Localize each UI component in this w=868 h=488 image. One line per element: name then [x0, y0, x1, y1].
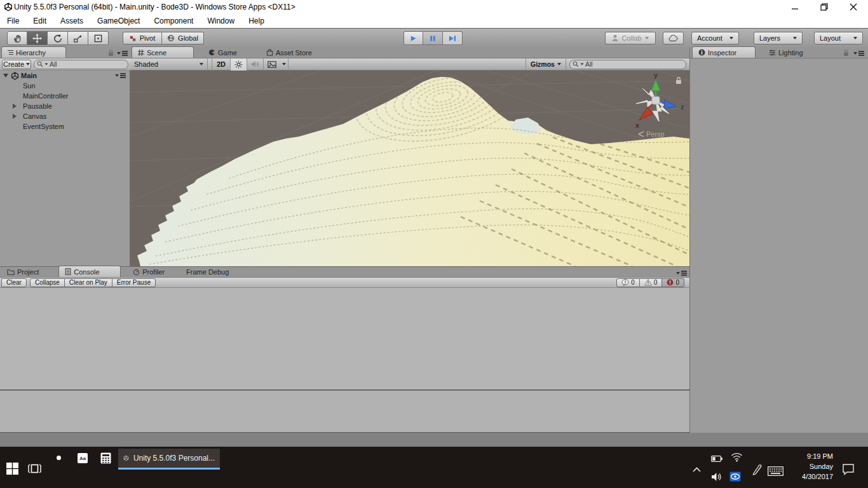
console-clear-button[interactable]: Clear: [1, 278, 27, 287]
dictionary-taskbar-icon[interactable]: Aa: [78, 453, 88, 463]
rotate-tool-button[interactable]: [48, 31, 68, 45]
console-info-count-button[interactable]: 0: [616, 278, 640, 287]
menu-component[interactable]: Component: [147, 14, 200, 28]
console-pane-menu[interactable]: [676, 271, 687, 276]
layout-dropdown[interactable]: Layout: [814, 32, 863, 44]
scene-audio-toggle[interactable]: [247, 58, 264, 71]
inspector-lock-icon[interactable]: [843, 50, 849, 57]
hierarchy-pane-menu[interactable]: [117, 51, 128, 56]
2d-toggle-button[interactable]: 2D: [212, 58, 231, 71]
account-dropdown[interactable]: Account: [691, 32, 739, 44]
tab-hierarchy[interactable]: Hierarchy: [1, 46, 66, 58]
tab-game[interactable]: Game: [203, 47, 243, 58]
action-center-icon[interactable]: [842, 464, 855, 475]
hierarchy-search-input[interactable]: All: [34, 60, 128, 69]
eye-app-tray-icon[interactable]: [729, 471, 741, 482]
taskbar-clock[interactable]: 9:19 PM Sunday 4/30/2017: [785, 451, 833, 482]
gizmo-z-label: z: [681, 103, 684, 111]
rect-tool-button[interactable]: [88, 31, 109, 45]
hierarchy-lock-icon[interactable]: [108, 50, 114, 57]
global-toggle-button[interactable]: Global: [162, 32, 204, 44]
cloud-button[interactable]: [663, 32, 684, 44]
start-button[interactable]: [6, 463, 18, 475]
foldout-open-icon[interactable]: [3, 74, 8, 78]
menu-bar: File Edit Assets GameObject Component Wi…: [0, 14, 868, 28]
hierarchy-item-pausable[interactable]: Pausable: [0, 101, 130, 111]
scene-effects-toggle[interactable]: [264, 58, 280, 71]
rotate-icon: [53, 34, 62, 43]
console-error-count-button[interactable]: 0: [662, 278, 684, 287]
calculator-taskbar-icon[interactable]: [100, 452, 111, 464]
scene-search-input[interactable]: All: [569, 60, 686, 69]
pen-tray-icon[interactable]: [752, 463, 762, 475]
tab-frame-debug[interactable]: Frame Debug: [180, 266, 234, 277]
battery-icon[interactable]: [711, 456, 722, 462]
window-restore-button[interactable]: [810, 0, 839, 14]
window-close-button[interactable]: [839, 0, 868, 14]
scene-lighting-toggle[interactable]: [231, 58, 247, 71]
gizmo-x-axis[interactable]: [639, 107, 653, 120]
menu-gameobject[interactable]: GameObject: [90, 14, 147, 28]
taskbar-active-window[interactable]: Unity 5.5.0f3 Personal...: [118, 449, 220, 470]
hierarchy-item-eventsystem[interactable]: EventSystem: [0, 121, 130, 132]
menu-window[interactable]: Window: [200, 14, 241, 28]
console-detail-pane[interactable]: [0, 391, 689, 433]
projection-label[interactable]: Persp: [646, 130, 665, 138]
move-icon: [32, 34, 42, 43]
hierarchy-root-main[interactable]: Main: [0, 71, 130, 81]
tab-lighting[interactable]: Lighting: [763, 47, 809, 58]
gizmo-center-cube[interactable]: [652, 97, 660, 104]
step-button[interactable]: [443, 31, 463, 45]
window-minimize-button[interactable]: [780, 0, 810, 14]
move-tool-button[interactable]: [27, 31, 48, 45]
volume-icon[interactable]: [711, 472, 722, 482]
gizmo-y-axis[interactable]: [651, 79, 660, 91]
task-view-button[interactable]: [28, 464, 41, 473]
tab-console[interactable]: Console: [58, 266, 121, 277]
scene-tabbar: Scene Game Asset Store: [130, 47, 689, 58]
console-collapse-button[interactable]: Collapse: [30, 278, 65, 287]
menu-edit[interactable]: Edit: [26, 14, 53, 28]
tab-asset-store[interactable]: Asset Store: [261, 47, 318, 58]
console-error-pause-button[interactable]: Error Pause: [112, 278, 156, 287]
tray-chevron-icon[interactable]: [693, 467, 701, 472]
viewport-lock-icon[interactable]: [675, 77, 682, 85]
menu-help[interactable]: Help: [241, 14, 271, 28]
pivot-toggle-button[interactable]: Pivot: [123, 32, 162, 44]
clock-day: Sunday: [785, 461, 833, 471]
hierarchy-item-canvas[interactable]: Canvas: [0, 111, 130, 121]
shaded-dropdown[interactable]: Shaded: [130, 58, 208, 71]
console-log-list[interactable]: [0, 288, 689, 390]
touch-keyboard-icon[interactable]: [768, 466, 783, 476]
hierarchy-tabbar: Hierarchy: [0, 47, 130, 58]
tab-profiler[interactable]: Profiler: [127, 266, 170, 277]
tab-inspector[interactable]: Inspector: [692, 46, 756, 58]
speaker-icon: [251, 60, 259, 68]
scene-pane-menu[interactable]: [115, 73, 126, 78]
menu-assets[interactable]: Assets: [53, 14, 90, 28]
gizmo-z-axis[interactable]: [664, 100, 676, 109]
play-button[interactable]: [403, 31, 423, 45]
tab-project[interactable]: Project: [1, 266, 44, 277]
pause-button[interactable]: [423, 31, 443, 45]
scene-effects-dropdown[interactable]: [280, 58, 288, 71]
scale-tool-button[interactable]: [68, 31, 88, 45]
wifi-icon[interactable]: [731, 452, 743, 462]
hierarchy-item-sun[interactable]: Sun: [0, 81, 130, 91]
hand-tool-button[interactable]: [7, 31, 27, 45]
scene-viewport[interactable]: y z x Persp: [130, 71, 689, 266]
collab-dropdown[interactable]: Collab: [605, 32, 656, 44]
pivot-global-group: Pivot Global: [123, 32, 204, 44]
console-clear-on-play-button[interactable]: Clear on Play: [65, 278, 112, 287]
foldout-closed-icon[interactable]: [13, 114, 17, 119]
foldout-closed-icon[interactable]: [13, 104, 17, 109]
menu-file[interactable]: File: [0, 14, 26, 28]
gizmos-dropdown[interactable]: Gizmos: [526, 58, 566, 71]
hierarchy-item-maincontroller[interactable]: MainController: [0, 91, 130, 101]
create-dropdown[interactable]: Create: [2, 60, 31, 69]
layers-dropdown[interactable]: Layers: [754, 32, 803, 44]
tab-scene[interactable]: Scene: [132, 46, 194, 58]
inspector-content: [689, 58, 868, 433]
inspector-pane-menu[interactable]: [853, 51, 864, 56]
console-warning-count-button[interactable]: 0: [640, 278, 663, 287]
